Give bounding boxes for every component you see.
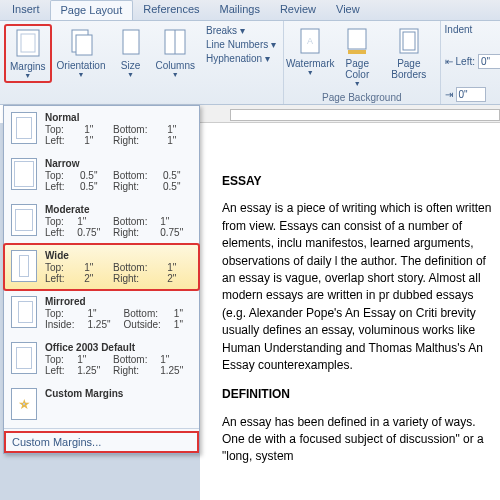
margin-preset-icon [11,342,37,374]
margin-preset-icon [11,158,37,190]
chevron-down-icon: ▼ [172,71,179,78]
chevron-down-icon: ▼ [354,80,361,87]
margin-preset-icon [11,112,37,144]
page-color-label: Page Color [340,58,376,80]
size-button[interactable]: Size ▼ [111,24,151,81]
separator [4,428,199,429]
tab-references[interactable]: References [133,0,209,20]
group-paragraph: Indent ⇤ Left: 0" ⇥ 0" [441,21,500,104]
indent-left-input[interactable]: 0" [478,54,500,69]
margins-option-name: Custom Margins [45,388,192,399]
chevron-down-icon: ▼ [78,71,85,78]
margins-option-values: Top:1"Bottom:1"Left:2"Right:2" [45,262,192,284]
indent-right-icon: ⇥ [445,89,453,100]
margins-option-values: Top:0.5"Bottom:0.5"Left:0.5"Right:0.5" [45,170,192,192]
tab-view[interactable]: View [326,0,370,20]
margins-option-wide[interactable]: WideTop:1"Bottom:1"Left:2"Right:2" [4,244,199,290]
tab-mailings[interactable]: Mailings [210,0,270,20]
group-label-page-background: Page Background [288,92,436,103]
watermark-icon: A [298,27,322,57]
columns-button[interactable]: Columns ▼ [151,24,200,81]
svg-rect-10 [348,50,366,54]
page-borders-icon [397,27,421,57]
svg-rect-9 [348,29,366,49]
columns-label: Columns [156,60,195,71]
indent-right-input[interactable]: 0" [456,87,486,102]
margins-dropdown: NormalTop:1"Bottom:1"Left:1"Right:1"Narr… [3,105,200,454]
page-color-button[interactable]: Page Color ▼ [335,24,381,90]
horizontal-ruler[interactable] [200,105,500,123]
hyphenation-button[interactable]: Hyphenation ▾ [203,52,279,65]
ribbon-tabs: Insert Page Layout References Mailings R… [0,0,500,21]
doc-paragraph: An essay has been defined in a variety o… [222,414,500,466]
page-borders-label: Page Borders [387,58,430,80]
watermark-button[interactable]: A Watermark ▼ [288,24,333,90]
margins-icon [14,28,42,60]
margins-option-name: Normal [45,112,192,123]
line-numbers-button[interactable]: Line Numbers ▾ [203,38,279,51]
margins-option-moderate[interactable]: ModerateTop:1"Bottom:1"Left:0.75"Right:0… [4,198,199,244]
svg-rect-3 [76,35,92,55]
size-icon [119,27,143,59]
margins-label: Margins [10,61,46,72]
tab-page-layout[interactable]: Page Layout [50,0,134,20]
margins-button[interactable]: Margins ▼ [4,24,52,83]
watermark-label: Watermark [286,58,335,69]
orientation-button[interactable]: Orientation ▼ [52,24,111,81]
doc-paragraph: An essay is a piece of writing which is … [222,200,500,374]
ribbon: Margins ▼ Orientation ▼ Size ▼ Columns ▼… [0,21,500,105]
margins-option-narrow[interactable]: NarrowTop:0.5"Bottom:0.5"Left:0.5"Right:… [4,152,199,198]
margins-option-office-2003-default[interactable]: Office 2003 DefaultTop:1"Bottom:1"Left:1… [4,336,199,382]
indent-left-icon: ⇤ [445,56,453,67]
breaks-button[interactable]: Breaks ▾ [203,24,279,37]
custom-margins-menu[interactable]: Custom Margins... [4,431,199,453]
margin-preset-icon [11,250,37,282]
page-color-icon [345,27,369,57]
margins-option-values: Top:1"Bottom:1"Inside:1.25"Outside:1" [45,308,192,330]
margin-preset-icon [11,296,37,328]
margins-option-values: Top:1"Bottom:1"Left:1.25"Right:1.25" [45,354,192,376]
tab-review[interactable]: Review [270,0,326,20]
chevron-down-icon: ▼ [24,72,31,79]
margins-option-name: Moderate [45,204,192,215]
margins-option-custom[interactable]: ★ Custom Margins [4,382,199,426]
margins-option-values: Top:1"Bottom:1"Left:0.75"Right:0.75" [45,216,192,238]
size-label: Size [121,60,140,71]
margins-option-mirrored[interactable]: MirroredTop:1"Bottom:1"Inside:1.25"Outsi… [4,290,199,336]
page-borders-button[interactable]: Page Borders [382,24,435,90]
margins-option-name: Wide [45,250,192,261]
star-icon: ★ [11,388,37,420]
margins-option-normal[interactable]: NormalTop:1"Bottom:1"Left:1"Right:1" [4,106,199,152]
document-page[interactable]: ESSAY An essay is a piece of writing whi… [200,123,500,500]
doc-heading-definition: DEFINITION [222,386,500,403]
indent-left-label: Left: [456,56,475,67]
indent-heading: Indent [445,24,500,35]
svg-text:A: A [307,36,313,46]
group-page-background: A Watermark ▼ Page Color ▼ Page Borders … [284,21,441,104]
margins-option-values: Top:1"Bottom:1"Left:1"Right:1" [45,124,192,146]
group-page-setup: Margins ▼ Orientation ▼ Size ▼ Columns ▼… [0,21,284,104]
chevron-down-icon: ▼ [127,71,134,78]
tab-insert[interactable]: Insert [2,0,50,20]
doc-heading-essay: ESSAY [222,173,500,190]
margin-preset-icon [11,204,37,236]
margins-option-name: Mirrored [45,296,192,307]
columns-icon [162,27,188,59]
margins-option-name: Narrow [45,158,192,169]
orientation-icon [67,27,95,59]
chevron-down-icon: ▼ [307,69,314,76]
svg-rect-4 [123,30,139,54]
margins-option-name: Office 2003 Default [45,342,192,353]
orientation-label: Orientation [57,60,106,71]
